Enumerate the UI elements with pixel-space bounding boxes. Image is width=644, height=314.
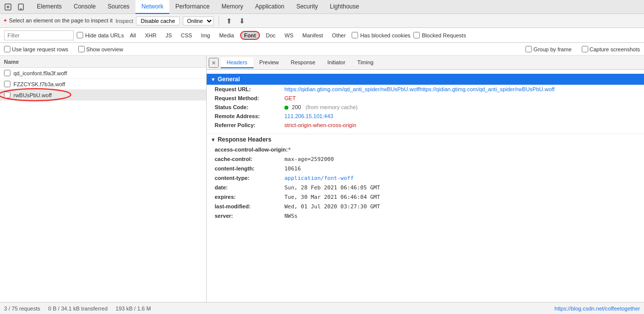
- table-row-selected[interactable]: rwBUsPbU.woff: [0, 90, 206, 101]
- hide-data-urls-label[interactable]: Hide data URLs: [85, 32, 124, 38]
- filter-input[interactable]: [4, 30, 74, 40]
- disable-cache-btn[interactable]: Disable cache: [136, 16, 179, 25]
- resp-header-label: cache-control:: [215, 156, 284, 162]
- large-rows-label[interactable]: Use large request rows: [4, 46, 68, 52]
- response-section-header[interactable]: ▼ Response Headers: [207, 134, 644, 145]
- has-blocked-cookies-group: Has blocked cookies: [352, 32, 410, 38]
- request-name-rwbuspbu: rwBUsPbU.woff: [13, 92, 52, 98]
- status-dot-icon: [284, 106, 288, 110]
- tab-bar: Elements Console Sources Network Perform…: [0, 0, 644, 14]
- detail-tab-preview[interactable]: Preview: [254, 57, 285, 68]
- has-blocked-cookies-label[interactable]: Has blocked cookies: [360, 32, 410, 38]
- device-toolbar-icon[interactable]: [15, 1, 27, 13]
- resp-header-value: *: [288, 147, 291, 153]
- resp-header-label: date:: [215, 184, 284, 190]
- row-checkbox[interactable]: [4, 92, 10, 98]
- main-layout: Name qd_iconfont.f9a3f.woff FZZCYSK.f7b3…: [0, 56, 644, 302]
- filter-all-btn[interactable]: All: [127, 31, 139, 39]
- detail-tab-initiator[interactable]: Initiator: [321, 57, 351, 68]
- resp-header-value: application/font-woff: [284, 175, 354, 181]
- filter-manifest-btn[interactable]: Manifest: [299, 31, 326, 39]
- detail-row-referrer-policy: Referrer Policy: strict-origin-when-cros…: [207, 121, 644, 130]
- table-row[interactable]: qd_iconfont.f9a3f.woff: [0, 68, 206, 79]
- remote-address-value: 111.206.15.101:443: [284, 113, 333, 119]
- resp-header-label: content-length:: [215, 165, 284, 171]
- has-blocked-cookies-checkbox[interactable]: [352, 32, 358, 38]
- row-checkbox[interactable]: [4, 81, 10, 87]
- tab-network[interactable]: Network: [135, 0, 169, 14]
- show-overview-checkbox[interactable]: [78, 46, 85, 52]
- tab-lighthouse[interactable]: Lighthouse: [324, 0, 365, 14]
- blocked-requests-checkbox[interactable]: [413, 32, 420, 38]
- filter-css-btn[interactable]: CSS: [178, 31, 195, 39]
- toolbar-separator: [219, 16, 219, 25]
- status-bar-link: https://blog.csdn.net/coffeetogether: [554, 306, 640, 312]
- resp-header-label: expires:: [215, 194, 284, 200]
- capture-screenshots-checkbox[interactable]: [582, 46, 588, 52]
- general-section-label: General: [218, 76, 240, 83]
- resource-size: 193 kB / 1.6 M: [116, 306, 151, 312]
- request-count: 3 / 75 requests: [4, 306, 40, 312]
- hide-data-urls-group: Hide data URLs: [77, 32, 124, 38]
- show-overview-label[interactable]: Show overview: [78, 46, 123, 52]
- status-code-value: 200 (from memory cache): [284, 104, 358, 110]
- detail-tab-response[interactable]: Response: [285, 57, 322, 68]
- tab-application[interactable]: Application: [249, 0, 290, 14]
- resp-header-value: max-age=2592000: [284, 156, 334, 162]
- capture-screenshots-label[interactable]: Capture screenshots: [582, 46, 641, 52]
- general-section-header[interactable]: ▼ General: [207, 74, 644, 85]
- row-checkbox[interactable]: [4, 70, 10, 76]
- filter-media-btn[interactable]: Media: [216, 31, 237, 39]
- response-header-row: cache-control: max-age=2592000: [207, 155, 644, 164]
- group-by-frame-label[interactable]: Group by frame: [525, 46, 571, 52]
- group-by-frame-checkbox[interactable]: [525, 46, 532, 52]
- resp-header-value: NWSs: [284, 213, 298, 219]
- referrer-policy-value: strict-origin-when-cross-origin: [284, 122, 356, 128]
- resp-header-label: content-type:: [215, 175, 284, 181]
- filter-doc-btn[interactable]: Doc: [263, 31, 279, 39]
- tab-console[interactable]: Console: [68, 0, 102, 14]
- filter-xhr-btn[interactable]: XHR: [142, 31, 159, 39]
- resp-header-value: Wed, 01 Jul 2020 03:27:30 GMT: [284, 203, 380, 210]
- filter-other-btn[interactable]: Other: [329, 31, 349, 39]
- detail-tab-headers[interactable]: Headers: [221, 57, 254, 68]
- response-header-row: date: Sun, 28 Feb 2021 06:46:05 GMT: [207, 183, 644, 192]
- response-header-row: content-length: 10616: [207, 164, 644, 173]
- detail-row-request-method: Request Method: GET: [207, 94, 644, 103]
- resp-header-value: 10616: [284, 165, 301, 172]
- table-row[interactable]: FZZCYSK.f7b3a.woff: [0, 79, 206, 90]
- response-header-row: content-type: application/font-woff: [207, 173, 644, 183]
- large-rows-checkbox[interactable]: [4, 46, 10, 52]
- detail-row-remote-address: Remote Address: 111.206.15.101:443: [207, 112, 644, 121]
- tab-performance[interactable]: Performance: [169, 0, 216, 14]
- request-url-value: https://qidian.gtimg.com/qd_anti_spider/…: [284, 86, 555, 92]
- resp-header-label: access-control-allow-origin:: [215, 147, 288, 153]
- inspect-label: Inspect: [116, 18, 133, 24]
- filter-ws-btn[interactable]: WS: [281, 31, 296, 39]
- tab-elements[interactable]: Elements: [31, 0, 68, 14]
- network-throttle-select[interactable]: Online: [183, 16, 214, 25]
- detail-row-status-code: Status Code: 200 (from memory cache): [207, 103, 644, 112]
- filter-js-btn[interactable]: JS: [162, 31, 175, 39]
- detail-close-btn[interactable]: ×: [209, 58, 219, 68]
- resp-header-value: Tue, 30 Mar 2021 06:46:04 GMT: [284, 194, 380, 200]
- detail-row-request-url: Request URL: https://qidian.gtimg.com/qd…: [207, 85, 644, 94]
- tab-sources[interactable]: Sources: [102, 0, 135, 14]
- detail-tabs: × Headers Preview Response Initiator Tim…: [207, 56, 644, 70]
- detail-panel: × Headers Preview Response Initiator Tim…: [207, 56, 644, 302]
- detail-tab-timing[interactable]: Timing: [351, 57, 380, 68]
- blocked-requests-label[interactable]: Blocked Requests: [422, 32, 466, 38]
- hide-data-urls-checkbox[interactable]: [77, 32, 83, 38]
- resp-header-value: Sun, 28 Feb 2021 06:46:05 GMT: [284, 184, 380, 191]
- requests-panel: Name qd_iconfont.f9a3f.woff FZZCYSK.f7b3…: [0, 56, 207, 302]
- status-bar: 3 / 75 requests 0 B / 34.1 kB transferre…: [0, 302, 644, 314]
- upload-icon[interactable]: ⬆: [224, 16, 234, 26]
- tab-memory[interactable]: Memory: [216, 0, 249, 14]
- request-name: FZZCYSK.f7b3a.woff: [13, 81, 65, 87]
- filter-font-btn[interactable]: Font: [240, 31, 260, 40]
- filter-img-btn[interactable]: Img: [198, 31, 213, 39]
- response-header-row: access-control-allow-origin: *: [207, 145, 644, 155]
- download-icon[interactable]: ⬇: [237, 16, 247, 26]
- inspect-element-icon[interactable]: [2, 1, 14, 13]
- tab-security[interactable]: Security: [290, 0, 324, 14]
